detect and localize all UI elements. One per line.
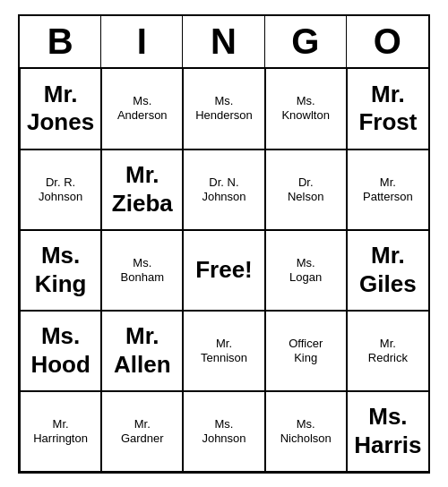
bingo-cell: Ms.King [20, 230, 101, 311]
cell-label: OfficerKing [289, 337, 323, 364]
bingo-cell: Mr.Tennison [183, 311, 264, 391]
header-letter: B [20, 16, 101, 67]
cell-label: Dr.Nelson [288, 175, 323, 203]
bingo-cell: Mr.Allen [101, 311, 183, 391]
cell-label: Ms.Johnson [202, 417, 246, 445]
cell-label: Ms.Henderson [195, 94, 253, 122]
bingo-card: BINGO Mr.JonesMs.AndersonMs.HendersonMs.… [18, 14, 430, 474]
bingo-grid: Mr.JonesMs.AndersonMs.HendersonMs.Knowlt… [20, 69, 428, 472]
cell-label: Mr.Redrick [368, 337, 408, 364]
cell-label: Ms.Bonham [121, 256, 164, 284]
bingo-cell: Ms.Henderson [183, 69, 264, 150]
bingo-cell: Ms.Johnson [183, 391, 264, 472]
bingo-cell: Ms.Nicholson [265, 391, 347, 472]
cell-label: Mr.Zieba [112, 161, 173, 217]
cell-label: Dr. R.Johnson [39, 175, 82, 203]
header-letter: N [183, 16, 264, 67]
bingo-header: BINGO [20, 16, 428, 69]
header-letter: G [265, 16, 347, 67]
bingo-cell: Mr.Redrick [347, 311, 428, 391]
bingo-cell: Ms.Harris [347, 391, 428, 472]
cell-label: Mr.Allen [114, 322, 171, 378]
bingo-cell: Ms.Logan [265, 230, 347, 311]
cell-label: Mr.Harrington [33, 417, 88, 445]
bingo-cell: Mr.Frost [347, 69, 428, 150]
bingo-cell: Mr.Harrington [20, 391, 101, 472]
bingo-cell: Dr. R.Johnson [20, 150, 101, 230]
header-letter: I [101, 16, 183, 67]
bingo-cell: OfficerKing [265, 311, 347, 391]
cell-label: Ms.Anderson [117, 94, 168, 122]
bingo-cell: Ms.Anderson [101, 69, 183, 150]
cell-label: Mr.Giles [359, 242, 417, 297]
cell-label: Ms.King [35, 242, 87, 297]
bingo-cell: Ms.Bonham [101, 230, 183, 311]
bingo-cell: Mr.Patterson [347, 150, 428, 230]
header-letter: O [347, 16, 428, 67]
cell-label: Mr.Jones [27, 81, 94, 136]
cell-label: Dr. N.Johnson [202, 175, 246, 203]
cell-label: Ms.Harris [354, 403, 421, 458]
bingo-cell: Ms.Hood [20, 311, 101, 391]
bingo-cell: Free! [183, 230, 264, 311]
bingo-cell: Mr.Giles [347, 230, 428, 311]
cell-label: Ms.Hood [30, 322, 90, 378]
cell-label: Mr.Frost [358, 81, 417, 136]
bingo-cell: Mr.Gardner [101, 391, 183, 472]
bingo-cell: Dr.Nelson [265, 150, 347, 230]
cell-label: Mr.Gardner [121, 417, 164, 445]
cell-label: Ms.Knowlton [281, 94, 329, 122]
cell-label: Ms.Nicholson [280, 417, 332, 445]
bingo-cell: Mr.Jones [20, 69, 101, 150]
cell-label: Ms.Logan [289, 256, 322, 284]
bingo-cell: Dr. N.Johnson [183, 150, 264, 230]
cell-label: Mr.Patterson [363, 175, 413, 203]
bingo-cell: Mr.Zieba [101, 150, 183, 230]
cell-label: Free! [195, 256, 253, 284]
cell-label: Mr.Tennison [201, 337, 247, 364]
bingo-cell: Ms.Knowlton [265, 69, 347, 150]
